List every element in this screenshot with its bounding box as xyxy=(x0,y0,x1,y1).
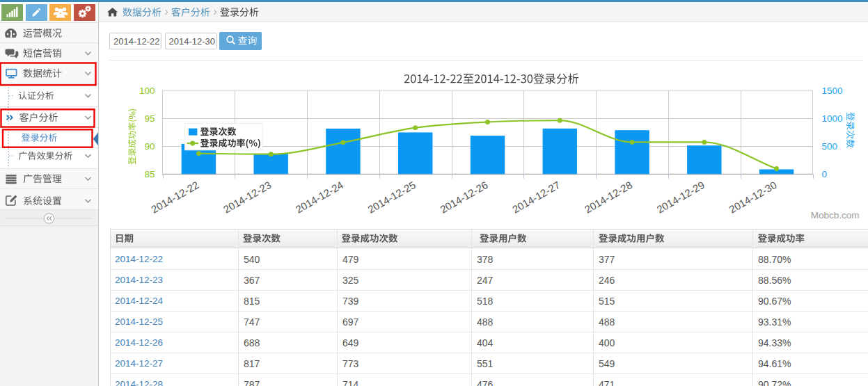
svg-text:2014-12-28: 2014-12-28 xyxy=(583,179,634,216)
svg-text:85: 85 xyxy=(144,169,155,179)
svg-text:90: 90 xyxy=(144,141,155,152)
svg-text:2014-12-30: 2014-12-30 xyxy=(727,179,779,216)
svg-text:0: 0 xyxy=(822,169,828,179)
svg-text:95: 95 xyxy=(144,113,155,124)
svg-text:1500: 1500 xyxy=(822,86,843,96)
svg-text:1000: 1000 xyxy=(822,113,843,124)
svg-text:2014-12-27: 2014-12-27 xyxy=(510,179,562,216)
svg-text:2014-12-26: 2014-12-26 xyxy=(439,179,490,216)
svg-text:2014-12-24: 2014-12-24 xyxy=(294,179,345,216)
svg-text:500: 500 xyxy=(822,141,838,152)
svg-text:2014-12-25: 2014-12-25 xyxy=(366,179,418,216)
svg-text:2014-12-22: 2014-12-22 xyxy=(150,179,201,216)
svg-text:2014-12-29: 2014-12-29 xyxy=(655,179,707,216)
svg-text:2014-12-23: 2014-12-23 xyxy=(221,179,273,216)
svg-text:100: 100 xyxy=(139,86,155,96)
svg-text:Mobcb.com: Mobcb.com xyxy=(811,210,860,220)
